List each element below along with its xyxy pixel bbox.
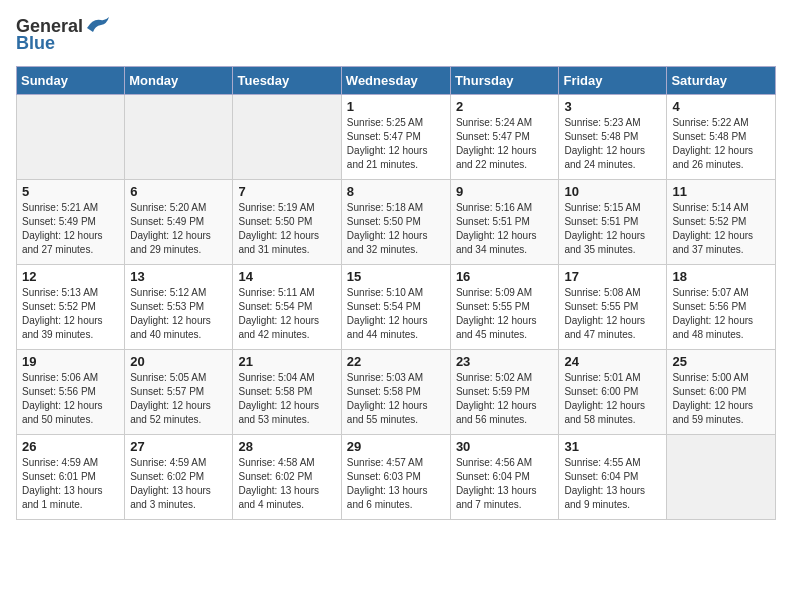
day-info: Sunrise: 5:22 AM Sunset: 5:48 PM Dayligh… — [672, 116, 770, 172]
day-info: Sunrise: 5:13 AM Sunset: 5:52 PM Dayligh… — [22, 286, 119, 342]
day-number: 7 — [238, 184, 335, 199]
calendar-cell: 18Sunrise: 5:07 AM Sunset: 5:56 PM Dayli… — [667, 265, 776, 350]
calendar-cell: 9Sunrise: 5:16 AM Sunset: 5:51 PM Daylig… — [450, 180, 559, 265]
calendar-cell: 13Sunrise: 5:12 AM Sunset: 5:53 PM Dayli… — [125, 265, 233, 350]
calendar-cell: 26Sunrise: 4:59 AM Sunset: 6:01 PM Dayli… — [17, 435, 125, 520]
day-info: Sunrise: 5:15 AM Sunset: 5:51 PM Dayligh… — [564, 201, 661, 257]
day-info: Sunrise: 5:02 AM Sunset: 5:59 PM Dayligh… — [456, 371, 554, 427]
calendar-week-row: 19Sunrise: 5:06 AM Sunset: 5:56 PM Dayli… — [17, 350, 776, 435]
day-number: 28 — [238, 439, 335, 454]
calendar-cell: 15Sunrise: 5:10 AM Sunset: 5:54 PM Dayli… — [341, 265, 450, 350]
day-info: Sunrise: 4:55 AM Sunset: 6:04 PM Dayligh… — [564, 456, 661, 512]
day-number: 29 — [347, 439, 445, 454]
calendar-week-row: 26Sunrise: 4:59 AM Sunset: 6:01 PM Dayli… — [17, 435, 776, 520]
calendar-cell: 1Sunrise: 5:25 AM Sunset: 5:47 PM Daylig… — [341, 95, 450, 180]
column-header-thursday: Thursday — [450, 67, 559, 95]
calendar-cell: 11Sunrise: 5:14 AM Sunset: 5:52 PM Dayli… — [667, 180, 776, 265]
day-number: 6 — [130, 184, 227, 199]
calendar-cell: 22Sunrise: 5:03 AM Sunset: 5:58 PM Dayli… — [341, 350, 450, 435]
day-number: 4 — [672, 99, 770, 114]
day-number: 14 — [238, 269, 335, 284]
calendar-cell — [17, 95, 125, 180]
day-number: 2 — [456, 99, 554, 114]
day-info: Sunrise: 5:04 AM Sunset: 5:58 PM Dayligh… — [238, 371, 335, 427]
calendar-cell: 12Sunrise: 5:13 AM Sunset: 5:52 PM Dayli… — [17, 265, 125, 350]
day-number: 25 — [672, 354, 770, 369]
day-number: 9 — [456, 184, 554, 199]
day-info: Sunrise: 5:18 AM Sunset: 5:50 PM Dayligh… — [347, 201, 445, 257]
day-number: 3 — [564, 99, 661, 114]
day-info: Sunrise: 5:16 AM Sunset: 5:51 PM Dayligh… — [456, 201, 554, 257]
day-number: 5 — [22, 184, 119, 199]
calendar-cell: 31Sunrise: 4:55 AM Sunset: 6:04 PM Dayli… — [559, 435, 667, 520]
day-number: 12 — [22, 269, 119, 284]
day-info: Sunrise: 5:14 AM Sunset: 5:52 PM Dayligh… — [672, 201, 770, 257]
day-number: 17 — [564, 269, 661, 284]
day-number: 31 — [564, 439, 661, 454]
day-info: Sunrise: 5:21 AM Sunset: 5:49 PM Dayligh… — [22, 201, 119, 257]
day-info: Sunrise: 5:01 AM Sunset: 6:00 PM Dayligh… — [564, 371, 661, 427]
calendar-table: SundayMondayTuesdayWednesdayThursdayFrid… — [16, 66, 776, 520]
calendar-cell: 24Sunrise: 5:01 AM Sunset: 6:00 PM Dayli… — [559, 350, 667, 435]
calendar-week-row: 5Sunrise: 5:21 AM Sunset: 5:49 PM Daylig… — [17, 180, 776, 265]
day-info: Sunrise: 5:06 AM Sunset: 5:56 PM Dayligh… — [22, 371, 119, 427]
day-number: 13 — [130, 269, 227, 284]
day-number: 20 — [130, 354, 227, 369]
day-info: Sunrise: 5:19 AM Sunset: 5:50 PM Dayligh… — [238, 201, 335, 257]
day-info: Sunrise: 4:57 AM Sunset: 6:03 PM Dayligh… — [347, 456, 445, 512]
column-header-monday: Monday — [125, 67, 233, 95]
calendar-cell: 27Sunrise: 4:59 AM Sunset: 6:02 PM Dayli… — [125, 435, 233, 520]
calendar-cell: 16Sunrise: 5:09 AM Sunset: 5:55 PM Dayli… — [450, 265, 559, 350]
calendar-cell: 28Sunrise: 4:58 AM Sunset: 6:02 PM Dayli… — [233, 435, 341, 520]
day-info: Sunrise: 5:25 AM Sunset: 5:47 PM Dayligh… — [347, 116, 445, 172]
day-number: 8 — [347, 184, 445, 199]
day-number: 19 — [22, 354, 119, 369]
day-number: 15 — [347, 269, 445, 284]
day-info: Sunrise: 5:24 AM Sunset: 5:47 PM Dayligh… — [456, 116, 554, 172]
day-number: 18 — [672, 269, 770, 284]
day-number: 30 — [456, 439, 554, 454]
calendar-week-row: 1Sunrise: 5:25 AM Sunset: 5:47 PM Daylig… — [17, 95, 776, 180]
day-info: Sunrise: 5:05 AM Sunset: 5:57 PM Dayligh… — [130, 371, 227, 427]
logo-blue-text: Blue — [16, 33, 55, 54]
calendar-cell: 5Sunrise: 5:21 AM Sunset: 5:49 PM Daylig… — [17, 180, 125, 265]
day-number: 10 — [564, 184, 661, 199]
page-header: General Blue — [16, 16, 776, 54]
calendar-cell: 4Sunrise: 5:22 AM Sunset: 5:48 PM Daylig… — [667, 95, 776, 180]
calendar-cell: 30Sunrise: 4:56 AM Sunset: 6:04 PM Dayli… — [450, 435, 559, 520]
day-number: 23 — [456, 354, 554, 369]
day-info: Sunrise: 5:10 AM Sunset: 5:54 PM Dayligh… — [347, 286, 445, 342]
calendar-cell: 14Sunrise: 5:11 AM Sunset: 5:54 PM Dayli… — [233, 265, 341, 350]
calendar-cell: 23Sunrise: 5:02 AM Sunset: 5:59 PM Dayli… — [450, 350, 559, 435]
calendar-cell — [125, 95, 233, 180]
calendar-cell — [233, 95, 341, 180]
column-header-saturday: Saturday — [667, 67, 776, 95]
logo: General Blue — [16, 16, 111, 54]
day-info: Sunrise: 5:12 AM Sunset: 5:53 PM Dayligh… — [130, 286, 227, 342]
calendar-cell: 21Sunrise: 5:04 AM Sunset: 5:58 PM Dayli… — [233, 350, 341, 435]
calendar-cell: 25Sunrise: 5:00 AM Sunset: 6:00 PM Dayli… — [667, 350, 776, 435]
day-info: Sunrise: 5:00 AM Sunset: 6:00 PM Dayligh… — [672, 371, 770, 427]
column-header-friday: Friday — [559, 67, 667, 95]
day-number: 22 — [347, 354, 445, 369]
calendar-cell: 8Sunrise: 5:18 AM Sunset: 5:50 PM Daylig… — [341, 180, 450, 265]
day-number: 27 — [130, 439, 227, 454]
day-number: 21 — [238, 354, 335, 369]
calendar-header-row: SundayMondayTuesdayWednesdayThursdayFrid… — [17, 67, 776, 95]
day-info: Sunrise: 5:11 AM Sunset: 5:54 PM Dayligh… — [238, 286, 335, 342]
calendar-cell: 29Sunrise: 4:57 AM Sunset: 6:03 PM Dayli… — [341, 435, 450, 520]
day-number: 26 — [22, 439, 119, 454]
calendar-cell: 7Sunrise: 5:19 AM Sunset: 5:50 PM Daylig… — [233, 180, 341, 265]
day-info: Sunrise: 4:59 AM Sunset: 6:01 PM Dayligh… — [22, 456, 119, 512]
logo-bird-icon — [85, 16, 111, 34]
column-header-sunday: Sunday — [17, 67, 125, 95]
day-info: Sunrise: 5:07 AM Sunset: 5:56 PM Dayligh… — [672, 286, 770, 342]
calendar-cell: 17Sunrise: 5:08 AM Sunset: 5:55 PM Dayli… — [559, 265, 667, 350]
day-number: 11 — [672, 184, 770, 199]
calendar-cell: 19Sunrise: 5:06 AM Sunset: 5:56 PM Dayli… — [17, 350, 125, 435]
day-info: Sunrise: 5:09 AM Sunset: 5:55 PM Dayligh… — [456, 286, 554, 342]
calendar-cell — [667, 435, 776, 520]
day-info: Sunrise: 5:03 AM Sunset: 5:58 PM Dayligh… — [347, 371, 445, 427]
day-info: Sunrise: 4:59 AM Sunset: 6:02 PM Dayligh… — [130, 456, 227, 512]
day-number: 24 — [564, 354, 661, 369]
